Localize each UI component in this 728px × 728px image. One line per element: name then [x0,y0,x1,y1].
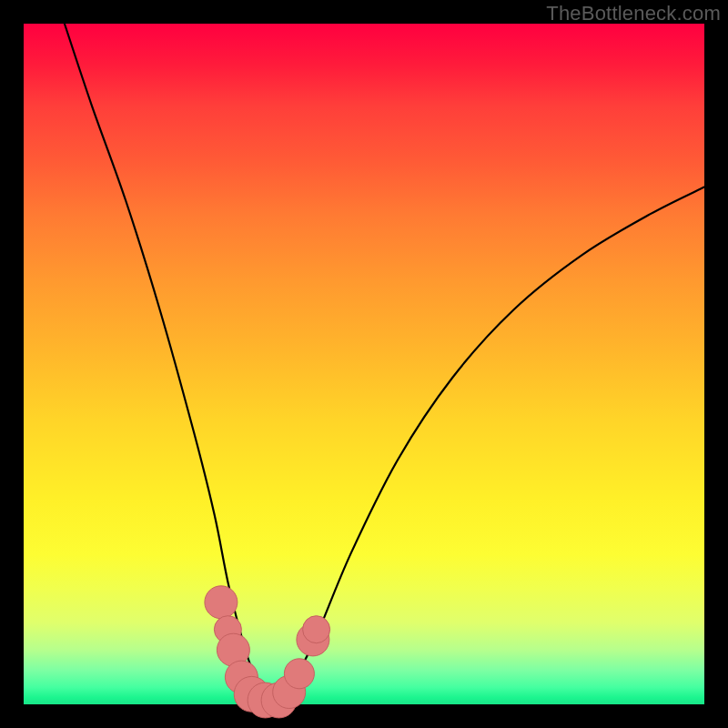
curve-marker [205,586,238,619]
curve-marker [284,659,314,689]
curve-markers [205,586,330,718]
watermark-text: TheBottleneck.com [546,2,721,25]
bottleneck-curve [65,24,704,700]
chart-overlay [0,0,728,728]
curve-marker [303,616,330,643]
curve-path [65,24,704,700]
